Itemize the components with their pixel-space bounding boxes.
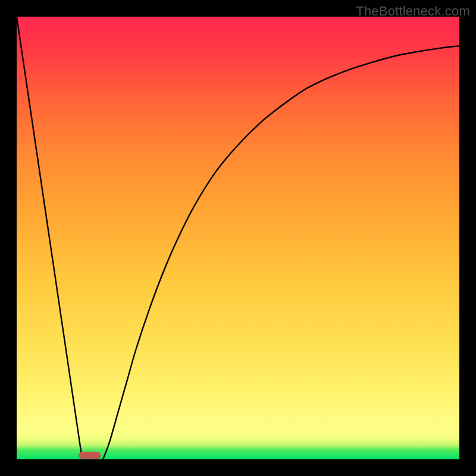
svg-rect-0 xyxy=(79,452,101,459)
watermark-text: TheBottleneck.com xyxy=(356,4,470,19)
chart-frame: TheBottleneck.com xyxy=(0,0,476,476)
right-curve xyxy=(103,46,459,459)
left-line xyxy=(17,17,82,459)
minimum-marker xyxy=(79,452,101,459)
plot-area xyxy=(17,17,459,459)
curve-layer xyxy=(17,17,459,459)
